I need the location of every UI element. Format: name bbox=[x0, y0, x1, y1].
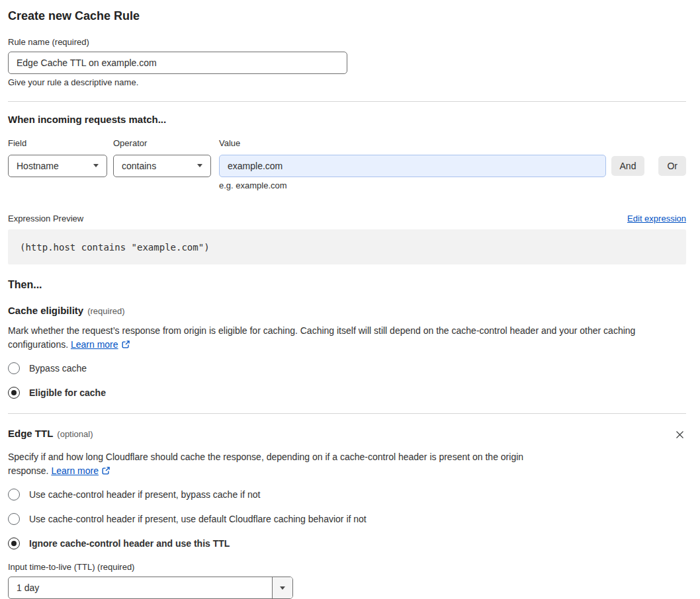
radio-selected-icon bbox=[8, 538, 20, 549]
match-condition-row: Field Hostname Operator contains Value e… bbox=[8, 138, 686, 190]
edge-ttl-header: Edge TTL(optional) bbox=[8, 428, 686, 443]
learn-more-link[interactable]: Learn more bbox=[51, 465, 110, 476]
operator-label: Operator bbox=[113, 138, 211, 148]
section-divider bbox=[8, 101, 686, 102]
ttl-combobox[interactable]: 1 day bbox=[8, 577, 293, 599]
rule-name-label: Rule name (required) bbox=[8, 37, 686, 47]
field-select[interactable]: Hostname bbox=[8, 155, 107, 177]
radio-icon bbox=[8, 362, 20, 374]
ttl-dropdown-button[interactable] bbox=[272, 577, 292, 598]
radio-icon bbox=[8, 489, 20, 500]
expression-code-block: (http.host contains "example.com") bbox=[8, 229, 686, 264]
ttl-value: 1 day bbox=[9, 577, 272, 598]
operator-select[interactable]: contains bbox=[113, 155, 211, 177]
edit-expression-link[interactable]: Edit expression bbox=[627, 214, 686, 223]
section-divider bbox=[8, 413, 686, 414]
optional-qualifier: (optional) bbox=[57, 429, 93, 439]
expression-preview-row: Expression Preview Edit expression bbox=[8, 214, 686, 223]
radio-eligible-for-cache[interactable]: Eligible for cache bbox=[8, 386, 686, 399]
dropdown-arrow-icon bbox=[280, 586, 285, 590]
edge-ttl-title: Edge TTL bbox=[8, 428, 53, 439]
required-qualifier: (required) bbox=[87, 306, 124, 316]
ttl-label: Input time-to-live (TTL) (required) bbox=[8, 562, 686, 572]
radio-bypass-cache[interactable]: Bypass cache bbox=[8, 362, 686, 375]
value-label: Value bbox=[219, 138, 606, 148]
field-select-value: Hostname bbox=[17, 161, 59, 171]
cache-eligibility-description: Mark whether the request’s response from… bbox=[8, 324, 686, 352]
operator-select-value: contains bbox=[122, 161, 156, 171]
close-icon bbox=[675, 430, 685, 440]
external-link-icon bbox=[101, 466, 110, 475]
and-button[interactable]: And bbox=[611, 156, 645, 176]
chevron-down-icon bbox=[197, 164, 202, 167]
expression-preview-label: Expression Preview bbox=[8, 214, 83, 223]
learn-more-link[interactable]: Learn more bbox=[71, 339, 130, 350]
radio-cache-control-default[interactable]: Use cache-control header if present, use… bbox=[8, 512, 686, 526]
create-cache-rule-form: Create new Cache Rule Rule name (require… bbox=[0, 0, 700, 599]
radio-ignore-cache-control[interactable]: Ignore cache-control header and use this… bbox=[8, 537, 686, 550]
edge-ttl-description: Specify if and how long Cloudflare shoul… bbox=[8, 450, 564, 478]
rule-name-input[interactable] bbox=[8, 52, 347, 74]
rule-name-help: Give your rule a descriptive name. bbox=[8, 77, 686, 87]
cache-eligibility-title: Cache eligibility bbox=[8, 305, 83, 316]
or-button[interactable]: Or bbox=[658, 156, 686, 176]
match-heading: When incoming requests match... bbox=[8, 114, 686, 126]
radio-icon bbox=[8, 513, 20, 525]
radio-selected-icon bbox=[8, 387, 20, 399]
expression-code: (http.host contains "example.com") bbox=[20, 242, 210, 253]
radio-cache-control-bypass[interactable]: Use cache-control header if present, byp… bbox=[8, 488, 686, 501]
page-title: Create new Cache Rule bbox=[8, 9, 686, 23]
value-help: e.g. example.com bbox=[219, 180, 606, 190]
cache-eligibility-header: Cache eligibility(required) bbox=[8, 305, 686, 317]
then-heading: Then... bbox=[8, 278, 686, 291]
external-link-icon bbox=[121, 340, 130, 349]
close-button[interactable] bbox=[674, 428, 686, 443]
value-input[interactable] bbox=[219, 155, 606, 177]
field-label: Field bbox=[8, 138, 107, 148]
chevron-down-icon bbox=[93, 164, 99, 167]
